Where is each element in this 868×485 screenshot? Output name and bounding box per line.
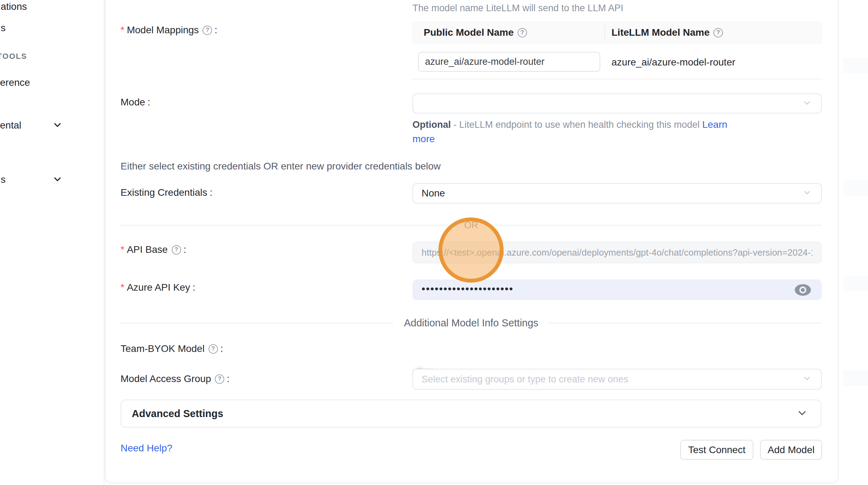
required-asterisk: * [121, 282, 124, 293]
model-access-group-label: Model Access Group ? : [121, 373, 230, 384]
sidebar-item-inference[interactable]: erence [0, 77, 30, 88]
chevron-down-icon [802, 98, 812, 109]
sidebar-item-label: s [1, 22, 6, 33]
divider-line [489, 225, 822, 226]
api-base-input[interactable] [412, 242, 822, 263]
or-divider-text: OR [453, 220, 489, 231]
background-stripe [843, 180, 868, 196]
model-access-group-placeholder: Select existing groups or type to create… [413, 374, 628, 385]
mode-help-text: Optional - LiteLLM endpoint to use when … [412, 119, 727, 130]
or-divider: OR [121, 220, 822, 230]
mode-help-text-line2: more [412, 133, 435, 145]
model-mappings-table-row: azure_ai/azure-model-router [412, 44, 822, 79]
model-name-helper-text: The model name LiteLLM will send to the … [412, 3, 623, 14]
need-help-link[interactable]: Need Help? [121, 443, 172, 454]
existing-credentials-select[interactable]: None [412, 183, 822, 203]
existing-credentials-value: None [413, 188, 445, 199]
help-question-icon[interactable]: ? [215, 374, 224, 384]
test-connect-button[interactable]: Test Connect [680, 440, 753, 460]
sidebar-item-experimental[interactable]: ental [0, 120, 21, 131]
chevron-down-icon[interactable] [53, 175, 62, 184]
divider-line [549, 323, 822, 323]
help-question-icon[interactable]: ? [713, 28, 723, 37]
model-mappings-table-header: Public Model Name ? LiteLLM Model Name ? [412, 21, 822, 44]
sidebar: ations s TOOLS erence ental s [0, 0, 104, 485]
azure-api-key-label: * Azure API Key : [121, 282, 195, 293]
background-stripe [843, 58, 868, 73]
mode-label: Mode: [121, 97, 150, 108]
model-access-group-select[interactable]: Select existing groups or type to create… [412, 369, 822, 390]
chevron-down-icon [802, 374, 812, 385]
add-model-button[interactable]: Add Model [760, 440, 822, 460]
chevron-down-icon [802, 188, 812, 199]
azure-api-key-input[interactable]: ••••••••••••••••••••• [412, 279, 822, 300]
column-header-public-model-name: Public Model Name ? [412, 27, 604, 38]
litellm-model-name-value: azure_ai/azure-model-router [611, 57, 735, 68]
divider-line [121, 225, 453, 226]
additional-model-info-divider: Additional Model Info Settings [121, 317, 822, 328]
sidebar-section-tools: TOOLS [0, 52, 27, 61]
column-header-litellm-model-name: LiteLLM Model Name ? [605, 27, 723, 38]
learn-more-link[interactable]: more [412, 133, 435, 144]
masked-api-key-value: ••••••••••••••••••••• [412, 284, 514, 296]
model-mappings-label: * Model Mappings ? : [121, 25, 217, 36]
help-question-icon[interactable]: ? [518, 28, 527, 37]
help-question-icon[interactable]: ? [172, 245, 181, 255]
credentials-note: Either select existing credentials OR en… [121, 161, 441, 172]
background-stripe [843, 370, 868, 386]
chevron-down-icon [796, 407, 808, 420]
sidebar-item-settings[interactable]: s [1, 174, 6, 185]
team-byok-label: Team-BYOK Model ? : [121, 343, 223, 354]
sidebar-item-label: s [1, 174, 6, 185]
chevron-down-icon[interactable] [53, 120, 62, 130]
background-stripe [843, 276, 868, 291]
required-asterisk: * [121, 25, 124, 36]
sidebar-item-truncated-1[interactable]: s [1, 22, 6, 34]
api-base-label: * API Base ? : [121, 244, 186, 255]
public-model-name-input[interactable] [418, 52, 600, 72]
eye-icon[interactable] [794, 283, 812, 297]
sidebar-item-label: ations [1, 1, 27, 12]
existing-credentials-label: Existing Credentials: [121, 187, 212, 198]
sidebar-item-label: ental [0, 120, 21, 131]
help-question-icon[interactable]: ? [209, 344, 218, 354]
sidebar-item-label: erence [0, 77, 30, 88]
sidebar-item-organizations[interactable]: ations [1, 1, 27, 12]
advanced-settings-panel[interactable]: Advanced Settings [121, 400, 821, 428]
divider-line [121, 323, 394, 323]
additional-model-info-title: Additional Model Info Settings [394, 317, 549, 329]
mode-select[interactable] [412, 93, 822, 113]
required-asterisk: * [121, 244, 124, 255]
add-model-page: ations s TOOLS erence ental s The model … [0, 0, 868, 485]
sidebar-divider [104, 0, 104, 485]
learn-more-link[interactable]: Learn [702, 119, 727, 130]
advanced-settings-title: Advanced Settings [121, 408, 223, 420]
help-question-icon[interactable]: ? [203, 26, 212, 35]
